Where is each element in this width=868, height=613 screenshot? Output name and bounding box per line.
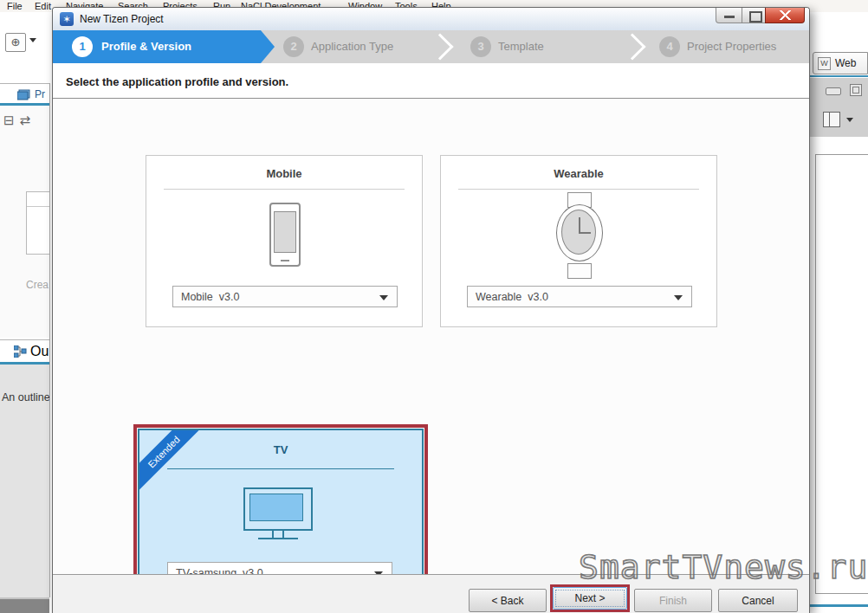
menu-edit[interactable]: Edit [35, 1, 51, 11]
wearable-profile-card[interactable]: Wearable Wearable v3.0 [440, 155, 717, 327]
perspective-underline [810, 75, 868, 77]
web-perspective-icon: W [818, 57, 831, 70]
cancel-button[interactable]: Cancel [718, 589, 798, 612]
mobile-card-title: Mobile [146, 167, 422, 180]
layout-dropdown-caret[interactable] [846, 118, 853, 122]
dialog-title: New Tizen Project [80, 13, 164, 25]
step-1-circle: 1 [72, 36, 93, 57]
step-4-label: Project Properties [687, 30, 776, 63]
window-controls [716, 8, 805, 23]
bottom-left-strip [0, 597, 49, 613]
step-1-label: Profile & Version [101, 30, 191, 63]
step-3-circle: 3 [470, 36, 491, 57]
dropdown-arrow-icon [674, 295, 683, 300]
panel-edge [49, 83, 50, 597]
tv-icon [243, 487, 313, 543]
tizen-logo-icon: ✶ [60, 12, 74, 26]
tab-outline[interactable]: Ou [14, 343, 52, 360]
dialog-titlebar[interactable]: ✶ New Tizen Project [53, 8, 809, 30]
new-wizard-dropdown-caret[interactable] [29, 38, 36, 42]
dropdown-arrow-icon [379, 295, 388, 300]
minimize-button[interactable] [716, 8, 742, 23]
chevron-separator-icon [426, 33, 453, 60]
outline-icon [14, 345, 27, 358]
web-perspective-button[interactable]: W Web [813, 52, 868, 74]
panel-divider [0, 339, 50, 340]
web-perspective-label: Web [835, 57, 856, 69]
background-widget [26, 191, 50, 255]
next-button[interactable]: Next > [553, 587, 627, 610]
outline-hint-text: An outline [2, 391, 50, 403]
mobile-version-value: Mobile v3.0 [181, 291, 239, 303]
watermark-text: SmartTVnews.ru [579, 548, 868, 586]
next-button-highlight: Next > [550, 584, 630, 612]
card-divider [167, 468, 394, 469]
create-hint-text: Crea [26, 279, 49, 291]
folder-icon [17, 89, 31, 100]
menu-file[interactable]: File [7, 1, 23, 11]
view-minimize-icon[interactable] [826, 87, 841, 95]
finish-button[interactable]: Finish [634, 589, 712, 612]
layout-icon[interactable] [823, 112, 840, 127]
card-divider [164, 189, 405, 190]
wearable-version-dropdown[interactable]: Wearable v3.0 [467, 286, 692, 307]
tab-project-explorer-label: Pr [35, 88, 45, 100]
new-wizard-icon[interactable]: ⊕ [5, 33, 26, 52]
mobile-version-dropdown[interactable]: Mobile v3.0 [172, 286, 398, 307]
tab-outline-label: Ou [30, 344, 49, 359]
extended-ribbon: Extended [138, 429, 211, 499]
tv-card-title: TV [139, 443, 422, 456]
view-maximize-icon[interactable] [850, 84, 862, 96]
tab-underline [0, 362, 50, 365]
profile-selection-area: Mobile Mobile v3.0 Wearable [53, 100, 809, 574]
mobile-phone-icon [269, 203, 301, 267]
chevron-separator-icon [619, 33, 645, 60]
collapse-all-icon[interactable]: ⊟ [3, 113, 20, 127]
wearable-watch-icon [555, 192, 604, 279]
back-button[interactable]: < Back [469, 589, 547, 612]
wearable-card-title: Wearable [441, 167, 716, 180]
wizard-description-bar: Select the application profile and versi… [53, 63, 809, 99]
tab-underline [0, 103, 50, 106]
wearable-version-value: Wearable v3.0 [476, 291, 548, 303]
bottom-right-line [810, 604, 868, 607]
tab-project-explorer[interactable]: Pr [17, 86, 52, 103]
link-editor-icon[interactable]: ⇄ [20, 113, 36, 127]
instruction-text: Select the application profile and versi… [66, 75, 288, 88]
close-button[interactable] [765, 8, 805, 23]
maximize-button[interactable] [742, 8, 766, 23]
card-divider [458, 189, 699, 190]
step-4-circle: 4 [659, 36, 680, 57]
screen: File Edit Navigate Search Projects Run N… [0, 0, 868, 613]
wizard-steps-bar: 1 Profile & Version 2 Application Type 3… [53, 30, 809, 63]
panel-divider [0, 83, 50, 84]
step-2-label: Application Type [311, 30, 393, 63]
editor-area [815, 154, 868, 594]
step-3-label: Template [498, 30, 544, 63]
new-tizen-project-dialog: ✶ New Tizen Project 1 Profile & Version … [52, 7, 810, 613]
step-2-circle: 2 [283, 36, 304, 57]
mobile-profile-card[interactable]: Mobile Mobile v3.0 [146, 155, 423, 327]
explorer-toolbar: ⊟⇄ [3, 113, 36, 128]
